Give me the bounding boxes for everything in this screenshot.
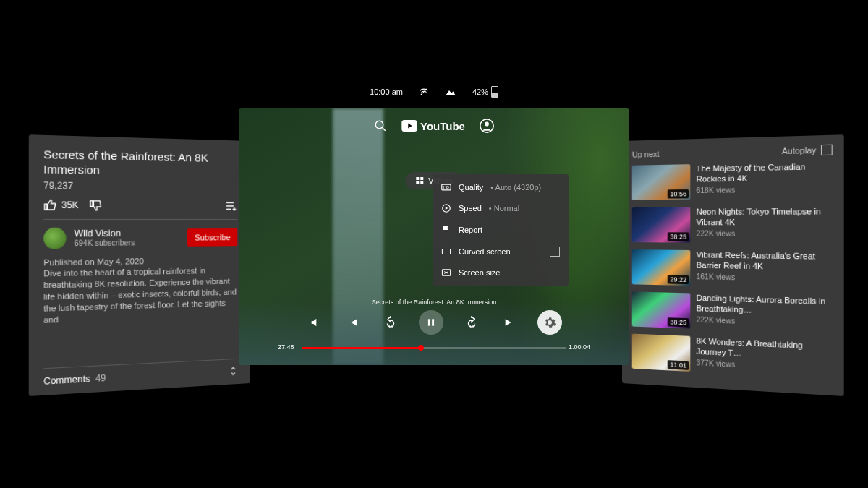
- progress-bar[interactable]: 27:45 1:00:04: [278, 344, 590, 349]
- vr-stage: 10:00 am 42% YouTube: [0, 0, 868, 488]
- thumbnail: 11:01: [632, 334, 691, 372]
- view-count: 79,237: [43, 180, 237, 193]
- thumbnail: 38:25: [632, 207, 691, 243]
- info-panel: Secrets of the Rainforest: An 8K Immersi…: [29, 134, 250, 396]
- recommendation-item[interactable]: 29:22 Vibrant Reefs: Australia's Great B…: [632, 249, 833, 289]
- thumbnail: 10:56: [632, 164, 691, 200]
- video-caption: Secrets of the Rainforest: An 8K Immersi…: [372, 299, 497, 306]
- previous-button[interactable]: [344, 313, 362, 332]
- recommendation-item[interactable]: 38:25 Dancing Lights: Aurora Borealis in…: [632, 291, 833, 334]
- channel-row: Wild Vision 694K subscribers Subscribe: [43, 227, 237, 249]
- thumbnail: 38:25: [632, 291, 691, 328]
- settings-button[interactable]: [537, 310, 562, 335]
- settings-screen-size[interactable]: Screen size: [433, 262, 569, 283]
- youtube-logo[interactable]: YouTube: [401, 120, 465, 132]
- svg-rect-12: [428, 319, 430, 325]
- settings-quality[interactable]: HD Quality • Auto (4320p): [433, 177, 569, 197]
- svg-rect-9: [442, 249, 450, 254]
- settings-report[interactable]: Report: [433, 219, 569, 241]
- search-icon[interactable]: [374, 119, 387, 132]
- up-next-heading: Up next: [632, 150, 660, 159]
- comments-toggle[interactable]: Comments 49: [43, 359, 237, 388]
- settings-popover: HD Quality • Auto (4320p) Speed • Normal…: [433, 174, 569, 286]
- battery-indicator: 42%: [472, 86, 498, 98]
- current-time: 27:45: [278, 343, 294, 351]
- rewind-10-button[interactable]: 10: [381, 313, 400, 332]
- action-bar: 35K: [43, 198, 237, 219]
- volume-button[interactable]: [306, 313, 325, 332]
- add-to-playlist-button[interactable]: [224, 200, 237, 210]
- channel-name[interactable]: Wild Vision: [75, 228, 135, 239]
- forward-10-button[interactable]: 10: [462, 313, 481, 332]
- video-description: Published on May 4, 2020 Dive into the h…: [43, 254, 237, 326]
- landscape-icon: [445, 87, 456, 96]
- subscribe-button[interactable]: Subscribe: [187, 228, 237, 247]
- channel-avatar[interactable]: [43, 227, 66, 249]
- hd-icon: HD: [441, 184, 451, 191]
- svg-point-5: [485, 122, 489, 127]
- next-button[interactable]: [500, 313, 519, 332]
- recommendation-item[interactable]: 10:56 The Majesty of the Canadian Rockie…: [632, 161, 833, 200]
- status-bar: 10:00 am 42%: [0, 86, 868, 98]
- flag-icon: [441, 225, 451, 235]
- grid-icon: [415, 176, 424, 185]
- video-title: Secrets of the Rainforest: An 8K Immersi…: [43, 147, 237, 179]
- screen-size-icon: [441, 268, 451, 277]
- autoplay-checkbox[interactable]: [821, 145, 833, 155]
- channel-subs: 694K subscribers: [75, 239, 135, 247]
- pause-button[interactable]: [419, 310, 443, 335]
- speed-icon: [441, 203, 451, 213]
- wifi-off-icon: [419, 87, 429, 97]
- autoplay-label: Autoplay: [782, 145, 816, 155]
- video-top-bar: YouTube: [239, 119, 629, 133]
- battery-icon: [491, 86, 498, 98]
- settings-curved-screen[interactable]: Curved screen: [433, 241, 569, 262]
- settings-speed[interactable]: Speed • Normal: [433, 197, 569, 219]
- svg-text:10: 10: [469, 325, 474, 329]
- svg-text:HD: HD: [443, 185, 449, 189]
- duration: 1:00:04: [569, 343, 590, 351]
- like-button[interactable]: 35K: [43, 198, 78, 210]
- dislike-button[interactable]: [90, 199, 102, 211]
- account-icon[interactable]: [480, 119, 494, 133]
- svg-text:10: 10: [388, 325, 393, 329]
- svg-line-2: [382, 127, 386, 131]
- svg-rect-13: [432, 319, 434, 325]
- expand-icon: [229, 365, 237, 377]
- up-next-panel: Up next Autoplay 10:56 The Majesty of th…: [622, 134, 844, 396]
- player-controls: 10 10: [239, 310, 629, 335]
- recommendation-item[interactable]: 38:25 Neon Nights: Tokyo Timelapse in Vi…: [632, 207, 833, 244]
- curved-screen-checkbox[interactable]: [550, 247, 560, 257]
- curved-screen-icon: [441, 247, 451, 256]
- recommendation-item[interactable]: 11:01 8K Wonders: A Breathtaking Journey…: [632, 334, 833, 380]
- svg-point-1: [375, 121, 383, 129]
- status-time: 10:00 am: [370, 87, 403, 96]
- thumbnail: 29:22: [632, 249, 691, 286]
- video-panel: YouTube Videos HD Quality • Auto (4320p)…: [239, 108, 629, 365]
